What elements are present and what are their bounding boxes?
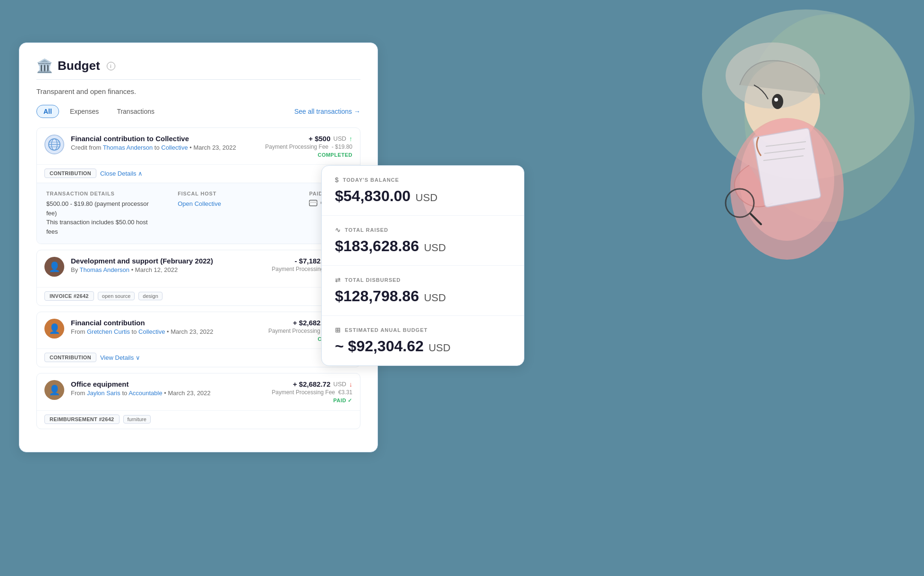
stat-balance: $ TODAY'S BALANCE $54,830.00 USD bbox=[322, 166, 524, 216]
avatar-tx3: 👤 bbox=[44, 319, 64, 339]
tx1-transaction-details: TRANSACTION DETAILS $500.00 - $19.80 (pa… bbox=[46, 191, 159, 236]
see-all-link[interactable]: See all transactions → bbox=[294, 108, 360, 115]
tx4-from-link[interactable]: Jaylon Saris bbox=[87, 390, 120, 397]
stats-panel: $ TODAY'S BALANCE $54,830.00 USD ∿ TOTAL… bbox=[321, 165, 524, 366]
disbursed-label: ⇄ TOTAL DISBURSED bbox=[335, 276, 511, 284]
tx1-fee: Payment Processing Fee - $19.80 bbox=[265, 144, 352, 150]
svg-line-18 bbox=[766, 142, 806, 146]
fiscal-host-link[interactable]: Open Collective bbox=[178, 200, 221, 207]
tx1-status: COMPLETED bbox=[265, 152, 352, 158]
tx2-by-link[interactable]: Thomas Anderson bbox=[80, 266, 130, 273]
tx4-tag-reimbursement: REIMBURSEMENT #2642 bbox=[44, 415, 120, 424]
header-divider bbox=[36, 79, 360, 80]
tx4-amount: + $2,682.72 bbox=[293, 380, 331, 388]
tx4-direction-icon: ↓ bbox=[349, 381, 352, 388]
annual-label: ⊞ ESTIMATED ANUAL BUDGET bbox=[335, 326, 511, 334]
tab-transactions[interactable]: Transactions bbox=[110, 105, 162, 118]
tx2-tag-opensource: open source bbox=[98, 292, 135, 300]
budget-icon: 🏛️ bbox=[36, 58, 53, 74]
tx1-detail-line2: This transaction includes $50.00 host fe… bbox=[46, 218, 159, 236]
balance-label: $ TODAY'S BALANCE bbox=[335, 176, 511, 184]
tx4-amount-line: + $2,682.72 USD ↓ bbox=[272, 380, 352, 388]
info-icon[interactable]: i bbox=[107, 62, 115, 70]
view-details-button-3[interactable]: View Details ∨ bbox=[100, 354, 140, 361]
tx1-fiscal-host: FISCAL HOST Open Collective bbox=[178, 191, 290, 236]
svg-line-16 bbox=[751, 214, 761, 224]
svg-point-7 bbox=[702, 9, 910, 179]
raised-label: ∿ TOTAL RAISED bbox=[335, 226, 511, 234]
svg-rect-6 bbox=[309, 202, 317, 203]
dollar-icon: $ bbox=[335, 176, 339, 184]
tx4-to-link[interactable]: Accountable bbox=[128, 390, 163, 397]
stat-raised: ∿ TOTAL RAISED $183,628.86 USD bbox=[322, 216, 524, 266]
illustration bbox=[593, 0, 924, 330]
avatar-tx4: 👤 bbox=[44, 380, 64, 400]
tx1-from-link[interactable]: Thomas Anderson bbox=[103, 144, 153, 151]
svg-rect-17 bbox=[753, 128, 821, 208]
tx3-meta: From Gretchen Curtis to Collective • Mar… bbox=[71, 328, 262, 335]
tx4-fee: Payment Processing Fee €3.31 bbox=[272, 389, 352, 396]
budget-header: 🏛️ Budget i bbox=[36, 58, 360, 74]
svg-point-8 bbox=[744, 14, 915, 222]
tx2-tags-row: INVOICE #2642 open source design bbox=[37, 287, 360, 305]
svg-point-15 bbox=[726, 189, 754, 217]
tx1-amount-line: + $500 USD ↑ bbox=[265, 135, 352, 143]
close-details-button[interactable]: Close Details ∧ bbox=[100, 170, 143, 177]
disbursed-value: $128,798.86 USD bbox=[335, 288, 511, 305]
transaction-item-3: 👤 Financial contribution From Gretchen C… bbox=[36, 312, 360, 367]
transaction-list: Financial contribution to Collective Cre… bbox=[36, 127, 360, 435]
wave-icon: ∿ bbox=[335, 226, 341, 234]
avatar-tx2: 👤 bbox=[44, 257, 64, 277]
transaction-main-3: 👤 Financial contribution From Gretchen C… bbox=[37, 312, 360, 348]
tx4-meta: From Jaylon Saris to Accountable • March… bbox=[71, 390, 265, 397]
tx3-tags-row: CONTRIBUTION View Details ∨ bbox=[37, 348, 360, 367]
filter-bar: All Expenses Transactions See all transa… bbox=[36, 105, 360, 118]
tx2-tag-design: design bbox=[138, 292, 162, 300]
svg-point-14 bbox=[740, 118, 834, 241]
tx1-tags-row: CONTRIBUTION Close Details ∧ bbox=[37, 164, 360, 183]
raised-value: $183,628.86 USD bbox=[335, 237, 511, 255]
balance-value: $54,830.00 USD bbox=[335, 187, 511, 205]
tx2-title: Development and support (February 2022) bbox=[71, 257, 265, 265]
tx2-tag-invoice: INVOICE #2642 bbox=[44, 291, 94, 301]
calendar-icon: ⊞ bbox=[335, 326, 341, 334]
tx1-amount-section: + $500 USD ↑ Payment Processing Fee - $1… bbox=[265, 135, 352, 158]
transaction-item-4: 👤 Office equipment From Jaylon Saris to … bbox=[36, 373, 360, 429]
tab-expenses[interactable]: Expenses bbox=[63, 105, 106, 118]
transaction-info-1: Financial contribution to Collective Cre… bbox=[71, 135, 258, 151]
tx4-tags-row: REIMBURSEMENT #2642 furniture bbox=[37, 410, 360, 429]
stat-annual: ⊞ ESTIMATED ANUAL BUDGET ~ $92,304.62 US… bbox=[322, 316, 524, 365]
tx1-to-link[interactable]: Collective bbox=[161, 144, 188, 151]
svg-point-10 bbox=[726, 42, 820, 109]
transaction-info-4: Office equipment From Jaylon Saris to Ac… bbox=[71, 380, 265, 397]
transaction-main-1: Financial contribution to Collective Cre… bbox=[37, 128, 360, 164]
transaction-info-3: Financial contribution From Gretchen Cur… bbox=[71, 319, 262, 335]
svg-point-11 bbox=[772, 94, 783, 109]
tx1-title: Financial contribution to Collective bbox=[71, 135, 258, 143]
budget-title: Budget bbox=[58, 59, 100, 73]
transaction-main-2: 👤 Development and support (February 2022… bbox=[37, 250, 360, 287]
arrows-icon: ⇄ bbox=[335, 276, 341, 284]
tx1-detail-line1: $500.00 - $19.80 (payment processor fee) bbox=[46, 199, 159, 218]
filter-tabs: All Expenses Transactions bbox=[36, 105, 162, 118]
transaction-main-4: 👤 Office equipment From Jaylon Saris to … bbox=[37, 373, 360, 410]
transaction-info-2: Development and support (February 2022) … bbox=[71, 257, 265, 273]
tx3-to-link[interactable]: Collective bbox=[138, 328, 165, 335]
tx2-meta: By Thomas Anderson • March 12, 2022 bbox=[71, 266, 265, 273]
tx3-from-link[interactable]: Gretchen Curtis bbox=[87, 328, 130, 335]
tx1-direction-icon: ↑ bbox=[349, 135, 352, 143]
tx1-currency: USD bbox=[334, 135, 346, 142]
svg-point-9 bbox=[744, 61, 820, 146]
stat-disbursed: ⇄ TOTAL DISBURSED $128,798.86 USD bbox=[322, 266, 524, 316]
tx1-expanded-details: TRANSACTION DETAILS $500.00 - $19.80 (pa… bbox=[37, 183, 360, 244]
svg-line-19 bbox=[764, 149, 805, 153]
tx1-tag-contribution: CONTRIBUTION bbox=[44, 169, 96, 178]
transaction-item: Financial contribution to Collective Cre… bbox=[36, 127, 360, 244]
transaction-details-label: TRANSACTION DETAILS bbox=[46, 191, 159, 196]
tx4-status: PAID ✓ bbox=[272, 398, 352, 404]
svg-point-12 bbox=[774, 98, 778, 102]
transaction-item-2: 👤 Development and support (February 2022… bbox=[36, 250, 360, 306]
fiscal-host-label: FISCAL HOST bbox=[178, 191, 290, 196]
tab-all[interactable]: All bbox=[36, 105, 59, 118]
svg-point-13 bbox=[730, 118, 844, 260]
